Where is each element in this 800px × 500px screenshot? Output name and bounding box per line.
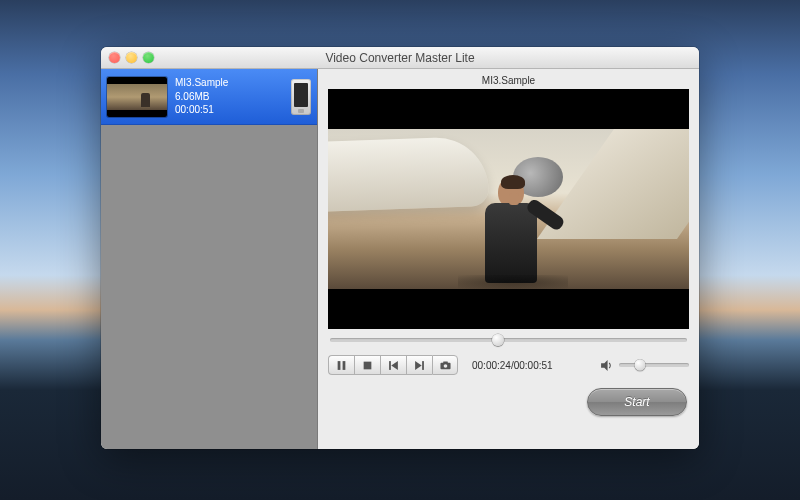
file-thumbnail [107, 77, 167, 117]
playback-buttons [328, 355, 458, 375]
preview-title: MI3.Sample [328, 73, 689, 89]
svg-marker-5 [415, 361, 422, 370]
scrub-row [328, 329, 689, 351]
timecode: 00:00:24/00:00:51 [472, 360, 553, 371]
preview-panel: MI3.Sample [318, 69, 699, 449]
prev-button[interactable] [380, 355, 406, 375]
volume-slider[interactable] [619, 363, 689, 367]
file-name: MI3.Sample [175, 76, 283, 90]
device-icon[interactable] [291, 79, 311, 115]
svg-rect-3 [389, 361, 391, 370]
desktop-wallpaper: Video Converter Master Lite MI3.Sample 6… [0, 0, 800, 500]
svg-rect-6 [422, 361, 424, 370]
pause-icon [336, 360, 347, 371]
zoom-icon[interactable] [143, 52, 154, 63]
app-window: Video Converter Master Lite MI3.Sample 6… [101, 47, 699, 449]
volume-control [600, 359, 689, 372]
volume-icon[interactable] [600, 359, 613, 372]
svg-rect-1 [343, 361, 346, 370]
video-player[interactable] [328, 89, 689, 329]
scrub-bar[interactable] [330, 338, 687, 342]
snapshot-button[interactable] [432, 355, 458, 375]
start-label: Start [624, 395, 649, 409]
start-button[interactable]: Start [587, 388, 687, 416]
content-area: MI3.Sample 6.06MB 00:00:51 MI3.Sample [101, 69, 699, 449]
prev-icon [388, 360, 399, 371]
svg-point-9 [443, 364, 447, 368]
file-size: 6.06MB [175, 90, 283, 104]
volume-knob[interactable] [635, 360, 646, 371]
file-meta: MI3.Sample 6.06MB 00:00:51 [175, 76, 283, 117]
window-controls [101, 52, 154, 63]
controls-row: 00:00:24/00:00:51 [328, 351, 689, 379]
svg-rect-8 [443, 361, 448, 363]
next-button[interactable] [406, 355, 432, 375]
file-duration: 00:00:51 [175, 103, 283, 117]
svg-rect-2 [364, 361, 372, 369]
time-total: 00:00:51 [514, 360, 553, 371]
time-current: 00:00:24 [472, 360, 511, 371]
camera-icon [440, 360, 451, 371]
minimize-icon[interactable] [126, 52, 137, 63]
stop-icon [362, 360, 373, 371]
file-list-item[interactable]: MI3.Sample 6.06MB 00:00:51 [101, 69, 317, 125]
video-frame [328, 129, 689, 289]
svg-rect-0 [338, 361, 341, 370]
stop-button[interactable] [354, 355, 380, 375]
file-list[interactable]: MI3.Sample 6.06MB 00:00:51 [101, 69, 318, 449]
pause-button[interactable] [328, 355, 354, 375]
window-title: Video Converter Master Lite [101, 51, 699, 65]
next-icon [414, 360, 425, 371]
titlebar[interactable]: Video Converter Master Lite [101, 47, 699, 69]
close-icon[interactable] [109, 52, 120, 63]
scrub-knob[interactable] [492, 334, 504, 346]
svg-marker-4 [391, 361, 398, 370]
svg-marker-10 [601, 360, 608, 371]
footer: Start [328, 379, 689, 425]
